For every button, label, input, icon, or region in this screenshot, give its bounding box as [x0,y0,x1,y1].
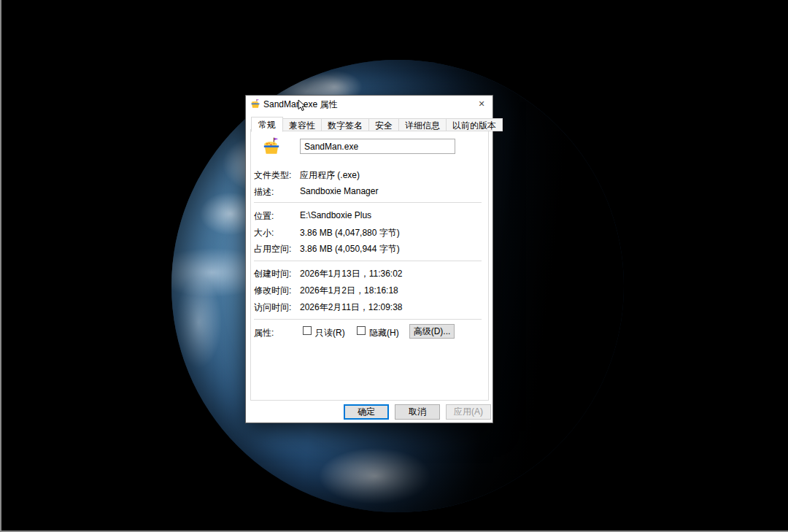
size-value: 3.86 MB (4,047,880 字节) [300,227,400,239]
description-row: 描述: Sandboxie Manager [246,186,494,197]
attributes-label: 属性: [254,327,274,339]
file-type-label: 文件类型: [254,169,291,182]
cancel-button[interactable]: 取消 [395,404,440,420]
sandboxie-icon [250,99,260,109]
size-row: 大小: 3.86 MB (4,047,880 字节) [246,227,494,238]
description-label: 描述: [254,186,274,198]
file-type-value: 应用程序 (.exe) [300,169,360,182]
file-name-input[interactable] [300,139,455,154]
tab-previous-versions[interactable]: 以前的版本 [446,118,503,131]
tab-bar: 常规 兼容性 数字签名 安全 详细信息 以前的版本 [251,116,503,131]
accessed-row: 访问时间: 2026年2月11日，12:09:38 [246,301,494,312]
file-type-row: 文件类型: 应用程序 (.exe) [246,169,494,180]
location-value: E:\Sandboxie Plus [300,210,371,220]
mouse-cursor [298,99,306,115]
size-on-disk-row: 占用空间: 3.86 MB (4,050,944 字节) [246,243,494,254]
location-row: 位置: E:\Sandboxie Plus [246,210,494,221]
size-on-disk-label: 占用空间: [254,243,291,255]
properties-dialog: SandMan.exe 属性 ✕ 常规 兼容性 数字签名 安全 详细信息 以前的… [245,95,493,423]
apply-button: 应用(A) [446,404,491,420]
tab-general[interactable]: 常规 [251,117,283,132]
size-label: 大小: [254,227,274,239]
modified-label: 修改时间: [254,285,291,297]
titlebar[interactable]: SandMan.exe 属性 ✕ [246,96,492,112]
ok-button[interactable]: 确定 [344,404,389,420]
modified-row: 修改时间: 2026年1月2日，18:16:18 [246,285,494,296]
modified-value: 2026年1月2日，18:16:18 [300,285,398,297]
tab-compatibility[interactable]: 兼容性 [282,118,322,131]
tab-digital-signatures[interactable]: 数字签名 [321,118,369,131]
size-on-disk-value: 3.86 MB (4,050,944 字节) [300,243,400,255]
hidden-checkbox[interactable] [357,326,366,335]
separator [254,319,482,320]
tab-security[interactable]: 安全 [368,118,399,131]
desktop: SandMan.exe 属性 ✕ 常规 兼容性 数字签名 安全 详细信息 以前的… [0,0,788,532]
location-label: 位置: [254,210,274,223]
hidden-checkbox-label[interactable]: 隐藏(H) [369,327,399,339]
created-label: 创建时间: [254,268,291,280]
created-value: 2026年1月13日，11:36:02 [300,268,403,280]
created-row: 创建时间: 2026年1月13日，11:36:02 [246,268,494,279]
separator [254,202,482,203]
description-value: Sandboxie Manager [300,186,378,196]
close-icon[interactable]: ✕ [471,96,492,112]
readonly-checkbox-label[interactable]: 只读(R) [315,327,345,339]
tab-details[interactable]: 详细信息 [398,118,447,131]
sandboxie-app-icon [262,136,281,155]
screen-edge-left [0,0,1,532]
advanced-button[interactable]: 高级(D)... [409,324,455,339]
accessed-value: 2026年2月11日，12:09:38 [300,301,403,314]
readonly-checkbox[interactable] [303,326,312,335]
separator [254,261,482,261]
accessed-label: 访问时间: [254,301,291,314]
